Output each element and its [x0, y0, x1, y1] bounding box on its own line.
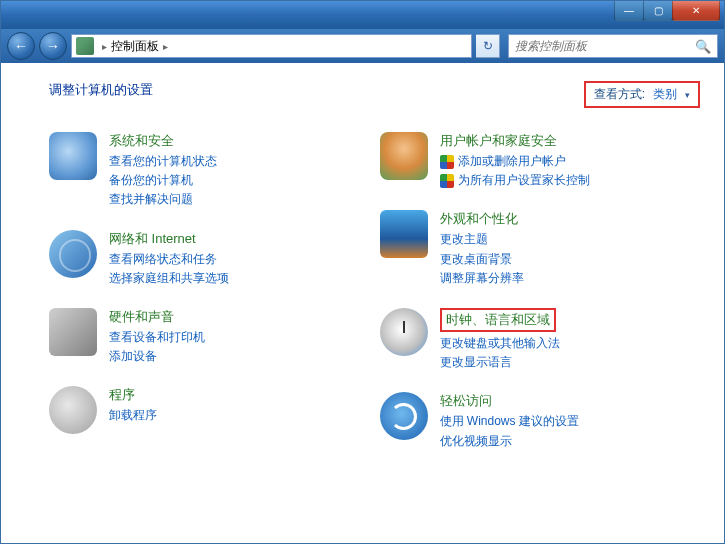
category-link-text: 查看设备和打印机: [109, 328, 205, 347]
view-by-label: 查看方式:: [594, 86, 645, 103]
category-link[interactable]: 调整屏幕分辨率: [440, 269, 701, 288]
breadcrumb-root[interactable]: 控制面板: [111, 38, 159, 55]
ico-clk-icon: [380, 308, 428, 356]
breadcrumb-sep: ▸: [159, 41, 172, 52]
address-bar[interactable]: ▸ 控制面板 ▸: [71, 34, 472, 58]
ico-usr-icon: [380, 132, 428, 180]
category-title[interactable]: 时钟、语言和区域: [440, 308, 556, 332]
category-link-text: 调整屏幕分辨率: [440, 269, 524, 288]
category-link-text: 备份您的计算机: [109, 171, 193, 190]
category-item: 系统和安全查看您的计算机状态备份您的计算机查找并解决问题: [49, 132, 370, 210]
chevron-down-icon: ▾: [685, 90, 690, 100]
category-item: 轻松访问使用 Windows 建议的设置优化视频显示: [380, 392, 701, 450]
category-link-text: 更改桌面背景: [440, 250, 512, 269]
ico-prg-icon: [49, 386, 97, 434]
category-column-right: 用户帐户和家庭安全添加或删除用户帐户为所有用户设置家长控制外观和个性化更改主题更…: [380, 132, 701, 471]
category-link[interactable]: 添加设备: [109, 347, 370, 366]
category-body: 网络和 Internet查看网络状态和任务选择家庭组和共享选项: [109, 230, 370, 288]
category-link-text: 使用 Windows 建议的设置: [440, 412, 579, 431]
category-link[interactable]: 更改主题: [440, 230, 701, 249]
category-column-left: 系统和安全查看您的计算机状态备份您的计算机查找并解决问题网络和 Internet…: [49, 132, 370, 471]
search-input[interactable]: [515, 39, 695, 53]
minimize-button[interactable]: —: [614, 1, 644, 21]
category-link-text: 更改显示语言: [440, 353, 512, 372]
category-title[interactable]: 用户帐户和家庭安全: [440, 132, 701, 150]
category-link[interactable]: 查看您的计算机状态: [109, 152, 370, 171]
navigation-bar: ← → ▸ 控制面板 ▸ ↻ 🔍: [1, 29, 724, 63]
search-box[interactable]: 🔍: [508, 34, 718, 58]
category-title[interactable]: 外观和个性化: [440, 210, 701, 228]
category-link[interactable]: 为所有用户设置家长控制: [440, 171, 701, 190]
category-link[interactable]: 查看网络状态和任务: [109, 250, 370, 269]
category-item: 网络和 Internet查看网络状态和任务选择家庭组和共享选项: [49, 230, 370, 288]
category-link[interactable]: 查找并解决问题: [109, 190, 370, 209]
category-link-text: 添加或删除用户帐户: [458, 152, 566, 171]
header-row: 调整计算机的设置 查看方式: 类别 ▾: [49, 81, 700, 108]
forward-button[interactable]: →: [39, 32, 67, 60]
category-title[interactable]: 网络和 Internet: [109, 230, 370, 248]
window-frame: — ▢ ✕ ← → ▸ 控制面板 ▸ ↻ 🔍 调整计算机的设置 查看方式: 类别…: [0, 0, 725, 544]
category-link-text: 查找并解决问题: [109, 190, 193, 209]
ico-hw-icon: [49, 308, 97, 356]
window-controls: — ▢ ✕: [615, 1, 720, 21]
category-body: 外观和个性化更改主题更改桌面背景调整屏幕分辨率: [440, 210, 701, 288]
category-item: 用户帐户和家庭安全添加或删除用户帐户为所有用户设置家长控制: [380, 132, 701, 190]
category-body: 时钟、语言和区域更改键盘或其他输入法更改显示语言: [440, 308, 701, 372]
category-item: 程序卸载程序: [49, 386, 370, 434]
category-link-text: 卸载程序: [109, 406, 157, 425]
category-title[interactable]: 硬件和声音: [109, 308, 370, 326]
ico-app-icon: [380, 210, 428, 258]
search-icon[interactable]: 🔍: [695, 39, 711, 54]
category-item: 时钟、语言和区域更改键盘或其他输入法更改显示语言: [380, 308, 701, 372]
view-by-value: 类别: [653, 86, 677, 103]
category-link-text: 添加设备: [109, 347, 157, 366]
category-link-text: 为所有用户设置家长控制: [458, 171, 590, 190]
breadcrumb-sep: ▸: [98, 41, 111, 52]
shield-icon: [440, 174, 454, 188]
ico-sys-icon: [49, 132, 97, 180]
category-link-text: 查看您的计算机状态: [109, 152, 217, 171]
category-title[interactable]: 轻松访问: [440, 392, 701, 410]
refresh-button[interactable]: ↻: [476, 34, 500, 58]
back-button[interactable]: ←: [7, 32, 35, 60]
content-area: 调整计算机的设置 查看方式: 类别 ▾ 系统和安全查看您的计算机状态备份您的计算…: [1, 63, 724, 543]
category-link[interactable]: 备份您的计算机: [109, 171, 370, 190]
ico-acc-icon: [380, 392, 428, 440]
category-link[interactable]: 优化视频显示: [440, 432, 701, 451]
control-panel-icon: [76, 37, 94, 55]
category-link-text: 更改键盘或其他输入法: [440, 334, 560, 353]
category-link[interactable]: 查看设备和打印机: [109, 328, 370, 347]
maximize-button[interactable]: ▢: [643, 1, 673, 21]
ico-net-icon: [49, 230, 97, 278]
titlebar: — ▢ ✕: [1, 1, 724, 29]
category-body: 轻松访问使用 Windows 建议的设置优化视频显示: [440, 392, 701, 450]
category-body: 程序卸载程序: [109, 386, 370, 425]
category-link[interactable]: 更改桌面背景: [440, 250, 701, 269]
category-body: 用户帐户和家庭安全添加或删除用户帐户为所有用户设置家长控制: [440, 132, 701, 190]
category-title[interactable]: 程序: [109, 386, 370, 404]
category-link[interactable]: 添加或删除用户帐户: [440, 152, 701, 171]
category-grid: 系统和安全查看您的计算机状态备份您的计算机查找并解决问题网络和 Internet…: [49, 132, 700, 471]
category-link[interactable]: 卸载程序: [109, 406, 370, 425]
category-link-text: 选择家庭组和共享选项: [109, 269, 229, 288]
category-item: 硬件和声音查看设备和打印机添加设备: [49, 308, 370, 366]
category-link-text: 优化视频显示: [440, 432, 512, 451]
category-body: 系统和安全查看您的计算机状态备份您的计算机查找并解决问题: [109, 132, 370, 210]
page-title: 调整计算机的设置: [49, 81, 153, 99]
category-item: 外观和个性化更改主题更改桌面背景调整屏幕分辨率: [380, 210, 701, 288]
category-link[interactable]: 更改键盘或其他输入法: [440, 334, 701, 353]
category-link[interactable]: 使用 Windows 建议的设置: [440, 412, 701, 431]
category-title[interactable]: 系统和安全: [109, 132, 370, 150]
shield-icon: [440, 155, 454, 169]
close-button[interactable]: ✕: [672, 1, 720, 21]
category-link[interactable]: 更改显示语言: [440, 353, 701, 372]
category-link-text: 更改主题: [440, 230, 488, 249]
view-by-dropdown[interactable]: 查看方式: 类别 ▾: [584, 81, 700, 108]
category-link[interactable]: 选择家庭组和共享选项: [109, 269, 370, 288]
category-body: 硬件和声音查看设备和打印机添加设备: [109, 308, 370, 366]
category-link-text: 查看网络状态和任务: [109, 250, 217, 269]
